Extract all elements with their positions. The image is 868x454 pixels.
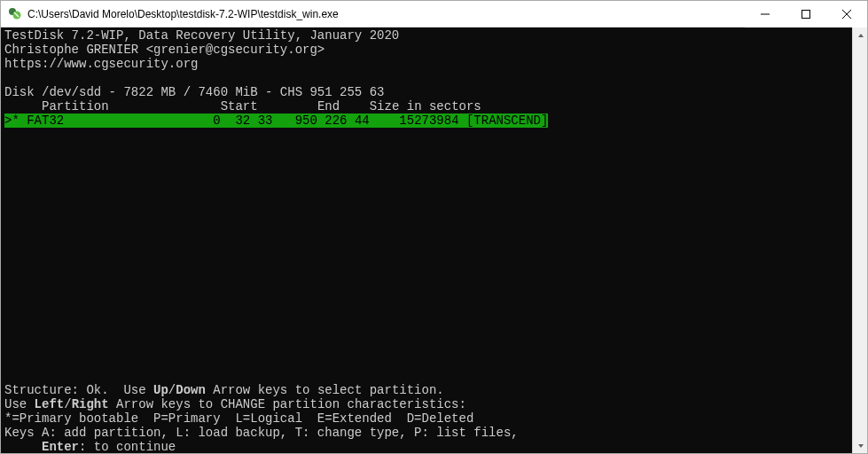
header-line: Christophe GRENIER <grenier@cgsecurity.o… [4, 43, 325, 57]
partition-row-selected[interactable]: >* FAT32 0 32 33 950 226 44 15273984 [TR… [4, 114, 548, 128]
window-controls [745, 1, 867, 27]
footer-line: Use Left/Right Arrow keys to CHANGE part… [4, 397, 466, 411]
app-icon [8, 7, 22, 21]
window-titlebar: C:\Users\David Morelo\Desktop\testdisk-7… [1, 1, 867, 27]
scroll-up-icon[interactable] [853, 27, 868, 43]
footer-line: Keys A: add partition, L: load backup, T… [4, 426, 519, 440]
console-output[interactable]: TestDisk 7.2-WIP, Data Recovery Utility,… [1, 27, 852, 453]
svg-rect-3 [802, 11, 810, 19]
footer-line: *=Primary bootable P=Primary L=Logical E… [4, 411, 473, 426]
header-line: TestDisk 7.2-WIP, Data Recovery Utility,… [4, 28, 399, 43]
scroll-down-icon[interactable] [853, 438, 868, 453]
close-button[interactable] [826, 1, 867, 27]
console-wrap: TestDisk 7.2-WIP, Data Recovery Utility,… [1, 27, 867, 453]
maximize-button[interactable] [786, 1, 826, 27]
minimize-button[interactable] [745, 1, 786, 27]
window-title: C:\Users\David Morelo\Desktop\testdisk-7… [27, 8, 745, 20]
vertical-scrollbar[interactable] [852, 27, 867, 453]
footer-line: Structure: Ok. Use Up/Down Arrow keys to… [4, 383, 444, 397]
header-line: https://www.cgsecurity.org [4, 57, 198, 71]
footer-line: Enter: to continue [4, 440, 176, 453]
disk-line: Disk /dev/sdd - 7822 MB / 7460 MiB - CHS… [4, 85, 384, 99]
table-header: Partition Start End Size in sectors [4, 99, 481, 114]
